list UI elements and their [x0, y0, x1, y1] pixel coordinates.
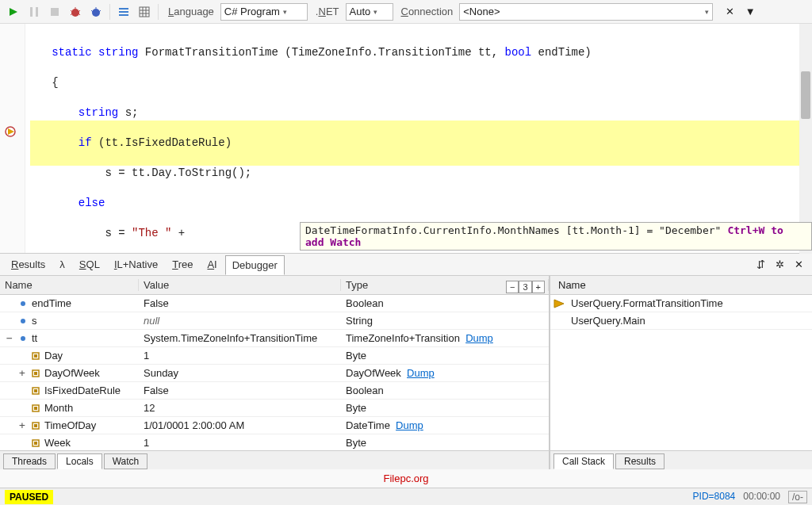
language-label: Language: [168, 6, 214, 17]
locals-grid[interactable]: endTimeFalseBooleansnullString−ttSystem.…: [0, 295, 549, 450]
run-button[interactable]: [5, 3, 22, 21]
tab-tree[interactable]: Tree: [166, 255, 199, 274]
svg-point-4: [71, 9, 79, 17]
depth-control[interactable]: −3+: [506, 281, 545, 293]
var-value: 1: [139, 350, 341, 362]
expand-icon[interactable]: −: [5, 332, 14, 344]
svg-line-12: [91, 10, 93, 12]
dump-link[interactable]: Dump: [396, 419, 423, 431]
tab-callstack[interactable]: Call Stack: [553, 453, 614, 469]
list-view-icon[interactable]: [115, 3, 132, 21]
svg-rect-34: [34, 407, 37, 410]
tab-results[interactable]: Results: [5, 255, 52, 274]
language-select[interactable]: C# Program▾: [220, 3, 308, 21]
status-time: 00:00:00: [743, 491, 780, 503]
var-type: Boolean: [341, 384, 549, 396]
svg-rect-38: [34, 442, 37, 445]
var-type: DayOfWeek Dump: [341, 367, 549, 379]
expand-icon[interactable]: +: [17, 367, 27, 379]
svg-line-6: [71, 10, 72, 12]
tab-lambda[interactable]: λ: [53, 255, 71, 274]
locals-row[interactable]: IsFixedDateRuleFalseBoolean: [0, 382, 549, 400]
svg-rect-36: [34, 424, 37, 427]
refresh-icon[interactable]: ✲: [771, 256, 788, 274]
tab-sql[interactable]: SQL: [73, 255, 106, 274]
var-type: Boolean: [341, 297, 549, 309]
connection-select[interactable]: <None>▾: [459, 3, 713, 21]
svg-rect-32: [34, 389, 37, 392]
var-value: System.TimeZoneInfo+TransitionTime: [139, 332, 341, 344]
var-name: TimeOfDay: [44, 419, 96, 431]
output-tabs: Results λ SQL IL+Native Tree AI Debugger…: [0, 254, 812, 276]
status-bar: PAUSED PID=8084 00:00:00 /o-: [0, 488, 812, 505]
var-name: s: [32, 315, 37, 327]
bug-blue-icon[interactable]: [87, 3, 105, 21]
code-content: static string FormatTransitionTime (Time…: [0, 24, 812, 254]
dump-link[interactable]: Dump: [465, 332, 493, 344]
var-value: 12: [139, 402, 341, 414]
debug-tooltip: DateTimeFormatInfo.CurrentInfo.MonthName…: [300, 222, 812, 251]
status-pid: PID=8084: [693, 491, 736, 503]
watermark: Filepc.org: [383, 472, 428, 484]
var-name: tt: [32, 332, 37, 344]
property-icon: [30, 403, 41, 414]
property-icon: [30, 438, 41, 449]
tab-cs-results[interactable]: Results: [615, 453, 665, 469]
net-label: .NET: [316, 6, 339, 17]
callstack-panel: Name UserQuery.FormatTransitionTimeUserQ…: [550, 276, 812, 469]
var-type: Byte: [341, 402, 549, 414]
dropdown-button[interactable]: ▼: [741, 3, 759, 21]
var-value: Sunday: [139, 367, 341, 379]
var-name: Week: [44, 437, 71, 449]
locals-row[interactable]: +TimeOfDay1/01/0001 2:00:00 AMDateTime D…: [0, 417, 549, 434]
bug-icon[interactable]: [67, 3, 84, 21]
locals-row[interactable]: Week1Byte: [0, 434, 549, 450]
callstack-header: Name: [550, 276, 812, 295]
locals-row[interactable]: Day1Byte: [0, 347, 549, 365]
callstack-bottom-tabs: Call Stack Results: [550, 450, 812, 469]
tab-ilnative[interactable]: IL+Native: [108, 255, 164, 274]
locals-row[interactable]: −ttSystem.TimeZoneInfo+TransitionTimeTim…: [0, 330, 549, 347]
callstack-row[interactable]: UserQuery.Main: [550, 312, 812, 330]
var-name: Day: [44, 350, 63, 362]
tab-debugger[interactable]: Debugger: [225, 255, 285, 275]
locals-row[interactable]: +DayOfWeekSundayDayOfWeek Dump: [0, 365, 549, 382]
property-icon: [30, 350, 41, 362]
var-value: False: [139, 297, 341, 309]
tab-locals[interactable]: Locals: [57, 453, 102, 469]
sort-icon[interactable]: ⇵: [752, 256, 769, 274]
grid-view-icon[interactable]: [136, 3, 153, 21]
stack-pointer-icon: [553, 299, 566, 308]
tab-ai[interactable]: AI: [201, 255, 223, 274]
tab-watch[interactable]: Watch: [104, 453, 148, 469]
field-icon: [17, 333, 29, 344]
callstack-row[interactable]: UserQuery.FormatTransitionTime: [550, 295, 812, 312]
code-editor[interactable]: static string FormatTransitionTime (Time…: [0, 24, 812, 254]
locals-row[interactable]: Month12Byte: [0, 400, 549, 417]
pause-button[interactable]: [25, 3, 43, 21]
dump-link[interactable]: Dump: [407, 367, 435, 379]
expand-icon[interactable]: +: [17, 419, 27, 431]
close-button[interactable]: ✕: [721, 3, 738, 21]
property-icon: [30, 420, 41, 431]
callstack-list[interactable]: UserQuery.FormatTransitionTimeUserQuery.…: [550, 295, 812, 450]
svg-rect-30: [34, 372, 37, 375]
stop-button[interactable]: [46, 3, 63, 21]
locals-row[interactable]: endTimeFalseBoolean: [0, 295, 549, 312]
property-icon: [30, 385, 41, 396]
close-panel-icon[interactable]: ✕: [790, 256, 807, 274]
var-name: IsFixedDateRule: [44, 384, 121, 396]
chevron-down-icon: ▾: [705, 8, 709, 16]
svg-point-26: [21, 336, 25, 341]
locals-row[interactable]: snullString: [0, 312, 549, 330]
svg-point-24: [21, 301, 25, 306]
var-type: Byte: [341, 350, 549, 362]
var-type: Byte: [341, 437, 549, 449]
net-select[interactable]: Auto▾: [346, 3, 393, 21]
svg-rect-28: [34, 354, 37, 358]
locals-bottom-tabs: Threads Locals Watch: [0, 450, 549, 469]
tab-threads[interactable]: Threads: [3, 453, 56, 469]
stack-frame-name: UserQuery.Main: [571, 315, 645, 327]
locals-panel: Name Value Type −3+ endTimeFalseBooleans…: [0, 276, 550, 469]
stack-frame-name: UserQuery.FormatTransitionTime: [571, 297, 723, 309]
